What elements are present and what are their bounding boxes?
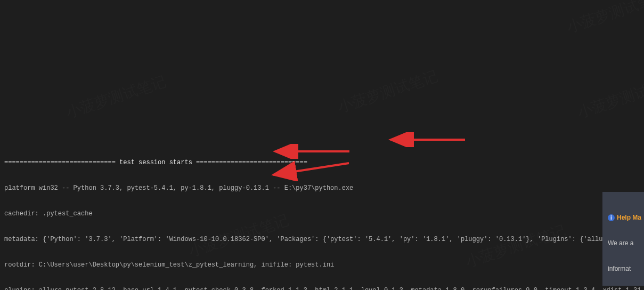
- help-text-2: informat: [608, 264, 639, 273]
- help-title: Help Ma: [617, 214, 641, 221]
- plugins-line: plugins: allure-pytest-2.8.12, base-url-…: [4, 284, 640, 290]
- help-popup[interactable]: iHelp Ma We are a informat: [602, 192, 644, 286]
- arrow-annotation-1: [381, 132, 466, 147]
- session-banner: ============================= test sessi…: [4, 156, 640, 169]
- watermark: 小菠萝测试笔记: [336, 69, 439, 114]
- watermark: 小菠萝测试笔记: [64, 75, 168, 119]
- rootdir-line: rootdir: C:\Users\user\Desktop\py\seleni…: [4, 259, 640, 271]
- help-text-1: We are a: [608, 239, 639, 247]
- watermark: 小菠萝测试笔记: [576, 75, 644, 119]
- metadata-line: metadata: {'Python': '3.7.3', 'Platform'…: [4, 233, 640, 246]
- platform-line: platform win32 -- Python 3.7.3, pytest-5…: [4, 182, 640, 195]
- info-icon: i: [608, 214, 615, 221]
- cachedir-line: cachedir: .pytest_cache: [4, 207, 640, 220]
- watermark: 小菠萝测试笔记: [565, 0, 644, 34]
